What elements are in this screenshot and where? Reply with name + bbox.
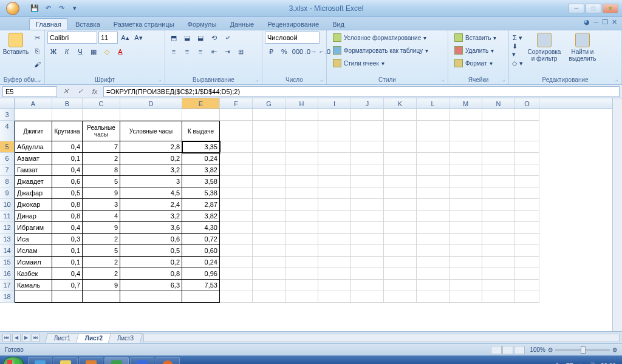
col-header-J[interactable]: J [351, 98, 384, 109]
cell[interactable]: 8 [83, 164, 120, 176]
name-box[interactable]: E5 [2, 86, 57, 97]
cell[interactable]: Крутизна [52, 121, 83, 141]
cell[interactable]: Камаль [15, 280, 52, 291]
col-header-M[interactable]: M [449, 98, 482, 109]
cell[interactable] [318, 199, 351, 211]
cell[interactable] [220, 199, 253, 211]
undo-icon[interactable]: ↶ [43, 3, 53, 14]
cell[interactable]: 3,2 [120, 164, 182, 176]
row-header[interactable]: 4 [0, 121, 15, 141]
cell[interactable] [351, 280, 384, 291]
close-button[interactable]: ✕ [603, 4, 618, 13]
col-header-I[interactable]: I [318, 98, 351, 109]
comma-icon[interactable]: 000 [292, 46, 304, 58]
cell[interactable]: 4,5 [120, 187, 182, 199]
row-header[interactable]: 3 [0, 109, 15, 121]
font-color-icon[interactable]: A [114, 46, 126, 58]
restore-workbook-icon[interactable]: ❐ [602, 18, 608, 26]
last-sheet-icon[interactable]: ⏭ [32, 334, 40, 342]
align-center-icon[interactable]: ≡ [181, 46, 193, 58]
cell[interactable]: 3,58 [182, 176, 220, 187]
cell[interactable]: К выдаче [182, 121, 220, 141]
cell[interactable] [120, 291, 182, 303]
cell[interactable] [515, 164, 539, 176]
cell[interactable] [384, 176, 417, 187]
cell[interactable] [52, 109, 83, 121]
copy-icon[interactable]: ⎘ [31, 45, 43, 57]
sheet-grid[interactable]: ABCDEFGHIJKLMNO 34ДжигитКрутизнаРеальные… [0, 98, 612, 331]
cell[interactable] [253, 109, 285, 121]
office-button[interactable] [0, 0, 26, 17]
col-header-A[interactable]: A [15, 98, 52, 109]
cell[interactable] [515, 257, 539, 268]
cell[interactable] [482, 291, 515, 303]
cell[interactable] [285, 176, 318, 187]
cell[interactable] [182, 109, 220, 121]
cell[interactable] [417, 257, 449, 268]
zoom-thumb[interactable] [581, 346, 586, 354]
cell[interactable] [417, 245, 449, 257]
row-header[interactable]: 9 [0, 187, 15, 199]
cell[interactable] [515, 234, 539, 245]
italic-icon[interactable]: К [61, 46, 73, 58]
cell[interactable]: Условные часы [120, 121, 182, 141]
cell[interactable] [515, 121, 539, 141]
autosum-icon[interactable]: Σ ▾ [511, 32, 524, 44]
cell[interactable] [220, 153, 253, 164]
cell[interactable] [220, 109, 253, 121]
cell[interactable] [384, 234, 417, 245]
decrease-font-icon[interactable]: A▾ [132, 32, 145, 44]
cell[interactable] [515, 176, 539, 187]
row-header[interactable]: 6 [0, 153, 15, 164]
cell[interactable]: 9 [83, 222, 120, 234]
border-icon[interactable]: ▦ [87, 46, 100, 58]
cell[interactable] [515, 187, 539, 199]
fx-icon[interactable]: fx [89, 86, 101, 97]
cell[interactable] [482, 257, 515, 268]
fill-color-icon[interactable]: ◇ [101, 46, 113, 58]
volume-icon[interactable]: 🔊 [587, 362, 596, 365]
increase-font-icon[interactable]: A▴ [119, 32, 131, 44]
increase-decimal-icon[interactable]: .0→ [305, 46, 317, 58]
cell[interactable] [482, 121, 515, 141]
row-header[interactable]: 5 [0, 141, 15, 153]
cell[interactable] [417, 153, 449, 164]
cell[interactable] [285, 164, 318, 176]
cell[interactable] [351, 222, 384, 234]
cell[interactable] [482, 176, 515, 187]
cell[interactable] [384, 268, 417, 280]
cell[interactable] [220, 121, 253, 141]
cell[interactable] [449, 280, 482, 291]
cell[interactable] [449, 153, 482, 164]
align-top-icon[interactable]: ⬒ [168, 32, 180, 44]
cell[interactable] [384, 222, 417, 234]
flag-icon[interactable]: ⚑ [555, 362, 561, 365]
cell[interactable] [15, 109, 52, 121]
cell[interactable] [220, 164, 253, 176]
fill-icon[interactable]: ⬇ ▾ [511, 44, 524, 56]
font-name-combo[interactable]: Calibri [47, 32, 97, 44]
col-header-G[interactable]: G [253, 98, 285, 109]
cell[interactable]: Абдулла [15, 141, 52, 153]
align-bottom-icon[interactable]: ⬓ [194, 32, 207, 44]
cell[interactable] [220, 245, 253, 257]
zoom-in-icon[interactable]: ⊕ [612, 346, 617, 353]
cell[interactable] [417, 109, 449, 121]
cell[interactable] [318, 164, 351, 176]
cell[interactable] [351, 234, 384, 245]
cell[interactable] [515, 245, 539, 257]
redo-icon[interactable]: ↷ [56, 3, 67, 14]
cell[interactable] [318, 211, 351, 222]
cell[interactable] [351, 164, 384, 176]
cell[interactable] [220, 222, 253, 234]
cell[interactable] [417, 141, 449, 153]
number-format-combo[interactable]: Числовой [265, 32, 320, 44]
currency-icon[interactable]: ₽ [265, 46, 277, 58]
cell[interactable] [253, 187, 285, 199]
cell[interactable] [285, 199, 318, 211]
cell[interactable]: Реальные часы [83, 121, 120, 141]
cell[interactable]: 2 [83, 153, 120, 164]
cell[interactable] [318, 187, 351, 199]
cell[interactable] [253, 245, 285, 257]
cell[interactable] [384, 121, 417, 141]
